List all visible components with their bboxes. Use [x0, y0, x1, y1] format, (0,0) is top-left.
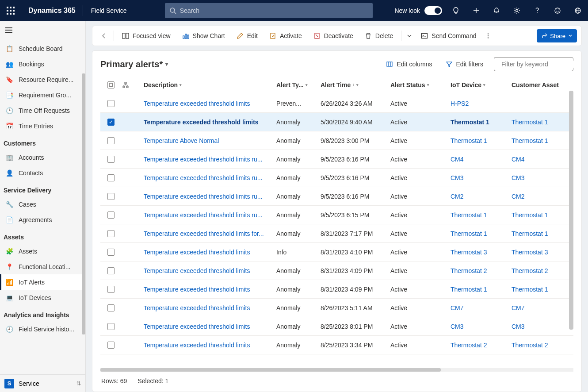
table-row[interactable]: Temperature exceeded threshold limitsAno…: [100, 280, 573, 299]
show-chart-button[interactable]: Show Chart: [177, 26, 230, 46]
row-checkbox[interactable]: ✓: [100, 119, 122, 126]
cell-customer-asset[interactable]: CM2: [512, 193, 560, 200]
sidebar-item-accounts[interactable]: 🏢Accounts: [0, 150, 85, 165]
edit-filters-button[interactable]: Edit filters: [443, 61, 486, 68]
cell-customer-asset[interactable]: Thermostat 1: [512, 230, 560, 237]
hierarchy-column[interactable]: [122, 82, 144, 88]
table-row[interactable]: ✓Temperature exceeded threshold limitsAn…: [100, 113, 573, 131]
cell-iot-device[interactable]: H-PS2: [451, 100, 512, 107]
horizontal-scrollbar[interactable]: [100, 367, 573, 373]
row-checkbox[interactable]: [100, 174, 122, 181]
table-row[interactable]: Temperature exceeded threshold limits ru…: [100, 169, 573, 187]
cell-iot-device[interactable]: CM3: [451, 323, 512, 330]
grid-body[interactable]: Temperature exceeded threshold limitsPre…: [100, 94, 573, 364]
sidebar-item-cases[interactable]: 🔧Cases: [0, 196, 85, 212]
cell-customer-asset[interactable]: Thermostat 2: [512, 267, 560, 274]
cell-customer-asset[interactable]: CM3: [512, 174, 560, 181]
row-checkbox[interactable]: [100, 156, 122, 163]
sidebar-item-bookings[interactable]: 👥Bookings: [0, 56, 85, 72]
cell-iot-device[interactable]: CM2: [451, 193, 512, 200]
cell-customer-asset[interactable]: Thermostat 1: [512, 286, 560, 293]
row-checkbox[interactable]: [100, 286, 122, 293]
sidebar-item-time-entries[interactable]: 📅Time Entries: [0, 118, 85, 134]
cell-description[interactable]: Temperature exceeded threshold limits ru…: [144, 211, 276, 219]
send-command-button[interactable]: Send Command: [416, 26, 481, 46]
row-checkbox[interactable]: [100, 249, 122, 256]
table-row[interactable]: Temperature exceeded threshold limits ru…: [100, 206, 573, 224]
feedback-button[interactable]: [547, 0, 568, 21]
table-row[interactable]: Temperature exceeded threshold limits ru…: [100, 187, 573, 206]
table-row[interactable]: Temperature exceeded threshold limitsPre…: [100, 94, 573, 113]
table-row[interactable]: Temperature exceeded threshold limitsAno…: [100, 336, 573, 354]
cell-iot-device[interactable]: Thermostat 2: [451, 267, 512, 274]
sidebar-item-time-off-requests[interactable]: 🕒Time Off Requests: [0, 103, 85, 118]
cell-customer-asset[interactable]: Thermostat 1: [512, 211, 560, 219]
cell-iot-device[interactable]: Thermostat 1: [451, 211, 512, 219]
focused-view-button[interactable]: Focused view: [117, 26, 176, 46]
cell-description[interactable]: Temperature exceeded threshold limits ru…: [144, 193, 276, 200]
global-search[interactable]: [165, 3, 373, 18]
idea-button[interactable]: [446, 0, 466, 21]
row-checkbox[interactable]: [100, 137, 122, 144]
cell-customer-asset[interactable]: CM4: [512, 156, 560, 163]
account-button[interactable]: [568, 0, 588, 21]
sidebar-item-agreements[interactable]: 📄Agreements: [0, 212, 85, 227]
row-checkbox[interactable]: [100, 193, 122, 200]
cell-iot-device[interactable]: Thermostat 1: [451, 119, 512, 126]
row-checkbox[interactable]: [100, 211, 122, 219]
cell-customer-asset[interactable]: Thermostat 2: [512, 342, 560, 349]
sidebar-item-resource-require[interactable]: 🔖Resource Require...: [0, 72, 85, 87]
sidebar-item-iot-devices[interactable]: 💻IoT Devices: [0, 290, 85, 305]
cell-iot-device[interactable]: Thermostat 3: [451, 249, 512, 256]
row-checkbox[interactable]: [100, 304, 122, 311]
delete-button[interactable]: Delete: [359, 26, 398, 46]
sidebar-item-assets[interactable]: 🧩Assets: [0, 243, 85, 259]
cell-description[interactable]: Temperature exceeded threshold limits ru…: [144, 156, 276, 163]
sidebar-item-schedule-board[interactable]: 📋Schedule Board: [0, 41, 85, 56]
sidebar-toggle[interactable]: [0, 21, 85, 39]
cell-description[interactable]: Temperature exceeded threshold limits: [144, 267, 276, 274]
col-alert-time[interactable]: Alert Time ↓▾: [321, 81, 390, 88]
cell-description[interactable]: Temperature exceeded threshold limits: [144, 286, 276, 293]
share-button[interactable]: Share: [537, 29, 577, 42]
cell-customer-asset[interactable]: Thermostat 1: [512, 119, 560, 126]
cell-description[interactable]: Temperature exceeded threshold limits: [144, 342, 276, 349]
new-look-toggle[interactable]: New look: [394, 6, 442, 15]
cell-customer-asset[interactable]: CM7: [512, 304, 560, 311]
table-row[interactable]: Temperature exceeded threshold limitsAno…: [100, 299, 573, 317]
cell-description[interactable]: Temperature exceeded threshold limits: [144, 100, 276, 107]
cell-description[interactable]: Temperature Above Normal: [144, 137, 276, 144]
table-row[interactable]: Temperature exceeded threshold limitsAno…: [100, 261, 573, 280]
cell-description[interactable]: Temperature exceeded threshold limits: [144, 119, 276, 126]
row-checkbox[interactable]: [100, 230, 122, 237]
cell-iot-device[interactable]: CM3: [451, 174, 512, 181]
table-row[interactable]: Temperature exceeded threshold limitsInf…: [100, 243, 573, 261]
search-input[interactable]: [180, 7, 368, 14]
deactivate-button[interactable]: Deactivate: [308, 26, 359, 46]
edit-button[interactable]: Edit: [231, 26, 263, 46]
notifications-button[interactable]: [486, 0, 507, 21]
select-all-checkbox[interactable]: [100, 81, 122, 88]
cell-iot-device[interactable]: Thermostat 2: [451, 342, 512, 349]
sidebar-item-contacts[interactable]: 👤Contacts: [0, 165, 85, 181]
cell-description[interactable]: Temperature exceeded threshold limits ru…: [144, 174, 276, 181]
keyword-filter[interactable]: [494, 57, 573, 71]
row-checkbox[interactable]: [100, 267, 122, 274]
sidebar-item-field-service-histo[interactable]: 🕘Field Service histo...: [0, 321, 85, 337]
delete-split-button[interactable]: [404, 26, 415, 46]
view-selector[interactable]: Primary alerts* ▾: [100, 59, 168, 69]
table-row[interactable]: Temperature exceeded threshold limitsAno…: [100, 317, 573, 336]
table-row[interactable]: Temperature Above NormalAnomaly9/8/2023 …: [100, 131, 573, 150]
help-button[interactable]: [527, 0, 547, 21]
cell-iot-device[interactable]: Thermostat 1: [451, 137, 512, 144]
app-name-label[interactable]: Field Service: [83, 7, 135, 14]
sidebar-item-iot-alerts[interactable]: 📶IoT Alerts: [0, 274, 85, 290]
cell-iot-device[interactable]: Thermostat 1: [451, 286, 512, 293]
cell-iot-device[interactable]: CM7: [451, 304, 512, 311]
add-button[interactable]: [466, 0, 486, 21]
cell-description[interactable]: Temperature exceeded threshold limits: [144, 323, 276, 330]
cell-iot-device[interactable]: Thermostat 1: [451, 230, 512, 237]
table-row[interactable]: Temperature exceeded threshold limits fo…: [100, 224, 573, 243]
col-iot-device[interactable]: IoT Device▾: [451, 81, 512, 88]
cell-customer-asset[interactable]: Thermostat 3: [512, 249, 560, 256]
